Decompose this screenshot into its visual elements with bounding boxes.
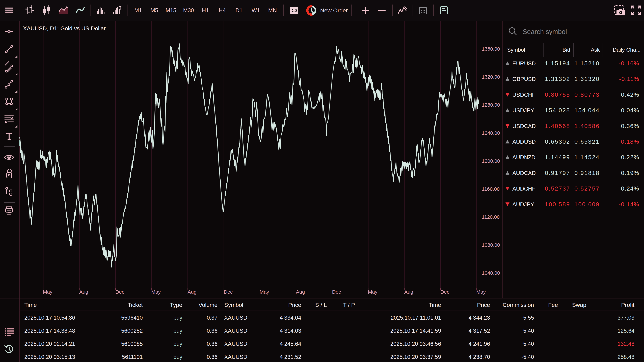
svg-text:-132.48: -132.48 [616, 341, 634, 347]
svg-text:0.36: 0.36 [207, 328, 218, 334]
svg-text:5600252: 5600252 [121, 328, 143, 334]
svg-text:2025.10.20 03:37:59: 2025.10.20 03:37:59 [390, 354, 441, 360]
svg-text:-5.40: -5.40 [522, 328, 534, 334]
svg-text:XAUUSD: XAUUSD [224, 328, 247, 334]
svg-text:Price: Price [477, 302, 490, 308]
svg-text:2025.10.20 02:14:21: 2025.10.20 02:14:21 [24, 341, 75, 347]
svg-text:377.03: 377.03 [618, 315, 634, 321]
svg-text:Type: Type [170, 302, 182, 308]
svg-text:0.36: 0.36 [207, 354, 218, 360]
svg-text:2025.10.17 10:54:36: 2025.10.17 10:54:36 [24, 315, 75, 321]
svg-text:2025.10.17 14:38:48: 2025.10.17 14:38:48 [24, 328, 75, 334]
svg-text:Time: Time [24, 302, 37, 308]
svg-text:-5.40: -5.40 [522, 354, 534, 360]
svg-text:2025.10.20 03:15:13: 2025.10.20 03:15:13 [24, 354, 75, 360]
svg-text:XAUUSD: XAUUSD [224, 315, 247, 321]
svg-text:-5.55: -5.55 [522, 315, 534, 321]
svg-text:4 241.96: 4 241.96 [468, 341, 490, 347]
svg-text:Symbol: Symbol [224, 302, 243, 308]
svg-text:Swap: Swap [572, 302, 586, 308]
svg-text:Volume: Volume [198, 302, 218, 308]
svg-text:Profit: Profit [621, 302, 634, 308]
svg-text:buy: buy [174, 354, 182, 360]
svg-text:-5.40: -5.40 [522, 341, 534, 347]
svg-text:125.64: 125.64 [618, 328, 634, 334]
svg-text:5610085: 5610085 [121, 341, 143, 347]
svg-text:0.36: 0.36 [207, 341, 218, 347]
svg-text:5611101: 5611101 [122, 354, 143, 360]
svg-text:4 231.52: 4 231.52 [280, 354, 301, 360]
svg-text:4 344.23: 4 344.23 [468, 315, 490, 321]
svg-text:Commission: Commission [502, 302, 534, 308]
svg-text:Fee: Fee [548, 302, 558, 308]
svg-text:258.48: 258.48 [618, 354, 634, 360]
svg-text:T / P: T / P [343, 302, 355, 308]
svg-text:Ticket: Ticket [128, 302, 143, 308]
svg-text:buy: buy [174, 328, 182, 334]
svg-text:2025.10.17 11:01:01: 2025.10.17 11:01:01 [391, 315, 441, 321]
svg-text:buy: buy [174, 341, 182, 347]
svg-text:S / L: S / L [315, 302, 327, 308]
svg-text:buy: buy [174, 315, 182, 321]
svg-text:XAUUSD: XAUUSD [224, 341, 247, 347]
svg-text:4 314.03: 4 314.03 [280, 328, 301, 334]
svg-text:4 334.04: 4 334.04 [280, 315, 301, 321]
svg-text:Time: Time [429, 302, 441, 308]
svg-text:0.37: 0.37 [207, 315, 218, 321]
svg-text:2025.10.20 03:46:56: 2025.10.20 03:46:56 [390, 341, 441, 347]
svg-text:4 317.52: 4 317.52 [468, 328, 490, 334]
svg-text:4 238.70: 4 238.70 [468, 354, 490, 360]
svg-text:Price: Price [288, 302, 301, 308]
svg-text:4 245.64: 4 245.64 [280, 341, 301, 347]
svg-text:2025.10.17 14:41:59: 2025.10.17 14:41:59 [390, 328, 441, 334]
svg-text:5596410: 5596410 [121, 315, 143, 321]
svg-text:XAUUSD: XAUUSD [224, 354, 247, 360]
